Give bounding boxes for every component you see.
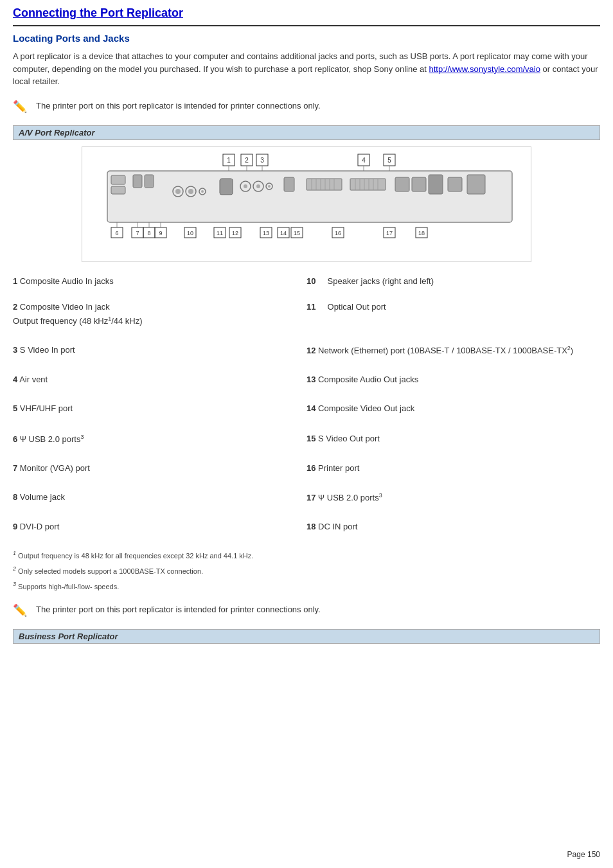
port-col-left-3: 3 S Video In port [13, 344, 306, 358]
port-diagram: 1 2 3 4 5 [82, 146, 531, 262]
svg-text:9: 9 [159, 230, 162, 236]
svg-text:18: 18 [418, 230, 425, 236]
port-num-15: 15 [306, 434, 315, 443]
port-num-4: 4 [13, 375, 17, 384]
port-num-12: 12 [306, 346, 315, 356]
svg-point-27 [268, 185, 271, 188]
port-row-6: 6 Ψ USB 2.0 ports3 15 S Video Out port [13, 429, 600, 450]
svg-text:5: 5 [387, 157, 391, 164]
footnote-1: 1 Output frequency is 48 kHz for all fre… [13, 549, 600, 561]
port-num-1: 1 [13, 276, 17, 286]
port-num-14: 14 [306, 403, 315, 413]
port-col-right-7: 16 Printer port [306, 462, 600, 475]
svg-rect-13 [133, 175, 142, 188]
sony-link[interactable]: http://www.sonystyle.com/vaio [429, 64, 540, 74]
svg-text:1: 1 [227, 157, 231, 164]
svg-rect-44 [412, 177, 426, 191]
port-num-9: 9 [13, 522, 17, 531]
port-col-left-7: 7 Monitor (VGA) port [13, 462, 306, 475]
svg-point-20 [201, 190, 204, 193]
svg-text:2: 2 [245, 157, 249, 164]
port-row-1: 1 Composite Audio In jacks 10 Speaker ja… [13, 271, 600, 292]
svg-text:15: 15 [294, 230, 300, 236]
port-col-right-2: 11 Optical Out port [306, 301, 600, 328]
footnote-section: 1 Output frequency is 48 kHz for all fre… [13, 549, 600, 592]
port-col-right-4: 13 Composite Audio Out jacks [306, 373, 600, 387]
port-row-3: 3 S Video In port 12 Network (Ethernet) … [13, 340, 600, 362]
port-num-2: 2 [13, 302, 17, 312]
note-box-1: ✏️ The printer port on this port replica… [13, 97, 600, 116]
port-num-11: 11 [306, 302, 315, 312]
port-num-10: 10 [306, 276, 315, 286]
svg-text:17: 17 [386, 230, 393, 236]
svg-text:12: 12 [232, 230, 238, 236]
footnote-num-3: 3 [13, 581, 16, 587]
svg-rect-46 [448, 177, 462, 191]
svg-rect-14 [145, 175, 154, 188]
svg-point-16 [175, 189, 181, 194]
port-row-7: 7 Monitor (VGA) port 16 Printer port [13, 458, 600, 479]
port-col-left-6: 6 Ψ USB 2.0 ports3 [13, 432, 306, 447]
svg-rect-11 [111, 175, 125, 184]
port-row-4: 4 Air vent 13 Composite Audio Out jacks [13, 369, 600, 391]
ports-grid: 1 Composite Audio In jacks 10 Speaker ja… [13, 271, 600, 538]
page-title: Connecting the Port Replicator [13, 6, 600, 20]
port-num-5: 5 [13, 403, 17, 413]
port-num-17: 17 [306, 493, 315, 502]
svg-rect-47 [467, 175, 485, 194]
port-num-7: 7 [13, 463, 17, 473]
svg-text:6: 6 [115, 230, 118, 236]
port-col-left-9: 9 DVI-D port [13, 520, 306, 534]
svg-rect-28 [284, 177, 294, 191]
section-title: Locating Ports and Jacks [13, 33, 600, 44]
port-num-8: 8 [13, 492, 17, 502]
svg-text:14: 14 [280, 230, 287, 236]
port-col-right-8: 17 Ψ USB 2.0 ports3 [306, 491, 600, 505]
port-num-18: 18 [306, 522, 315, 531]
svg-point-23 [244, 184, 247, 188]
av-port-header: A/V Port Replicator [13, 125, 600, 140]
svg-text:11: 11 [217, 230, 223, 236]
note-box-2: ✏️ The printer port on this port replica… [13, 601, 600, 620]
port-col-right-6: 15 S Video Out port [306, 432, 600, 447]
svg-text:10: 10 [187, 230, 193, 236]
svg-text:4: 4 [362, 157, 366, 164]
note-text-1: The printer port on this port replicator… [36, 100, 321, 112]
port-col-right-5: 14 Composite Video Out jack [306, 402, 600, 416]
footnote-num-2: 2 [13, 565, 16, 572]
svg-text:3: 3 [260, 157, 264, 164]
port-row-9: 9 DVI-D port 18 DC IN port [13, 517, 600, 538]
svg-text:8: 8 [147, 230, 150, 236]
port-col-left-4: 4 Air vent [13, 373, 306, 387]
port-row-8: 8 Volume jack 17 Ψ USB 2.0 ports3 [13, 487, 600, 509]
svg-text:13: 13 [263, 230, 269, 236]
port-num-13: 13 [306, 375, 315, 384]
svg-text:16: 16 [335, 230, 341, 236]
port-col-left-8: 8 Volume jack [13, 491, 306, 505]
business-port-header: Business Port Replicator [13, 629, 600, 644]
port-row-5: 5 VHF/UHF port 14 Composite Video Out ja… [13, 398, 600, 420]
svg-rect-12 [111, 186, 125, 194]
port-col-left-2: 2 Composite Video In jack Output frequen… [13, 301, 306, 328]
footnote-2: 2 Only selected models support a 1000BAS… [13, 565, 600, 576]
svg-point-25 [256, 184, 260, 188]
svg-rect-45 [429, 175, 443, 194]
port-num-3: 3 [13, 345, 17, 355]
svg-rect-43 [395, 177, 409, 191]
svg-point-18 [188, 189, 193, 194]
footnote-num-1: 1 [13, 550, 16, 556]
port-col-left-1: 1 Composite Audio In jacks [13, 275, 306, 288]
port-col-right-1: 10 Speaker jacks (right and left) [306, 275, 600, 288]
port-col-right-9: 18 DC IN port [306, 520, 600, 534]
note-icon-2: ✏️ [13, 603, 31, 617]
port-col-left-5: 5 VHF/UHF port [13, 402, 306, 416]
svg-text:7: 7 [136, 230, 139, 236]
svg-rect-21 [220, 179, 233, 195]
port-col-right-3: 12 Network (Ethernet) port (10BASE-T / 1… [306, 344, 600, 358]
note-text-2: The printer port on this port replicator… [36, 603, 321, 616]
port-num-6: 6 [13, 434, 17, 444]
note-icon-1: ✏️ [13, 100, 31, 114]
port-num-16: 16 [306, 463, 315, 473]
port-row-2: 2 Composite Video In jack Output frequen… [13, 297, 600, 332]
footnote-3: 3 Supports high-/full-/low- speeds. [13, 580, 600, 592]
